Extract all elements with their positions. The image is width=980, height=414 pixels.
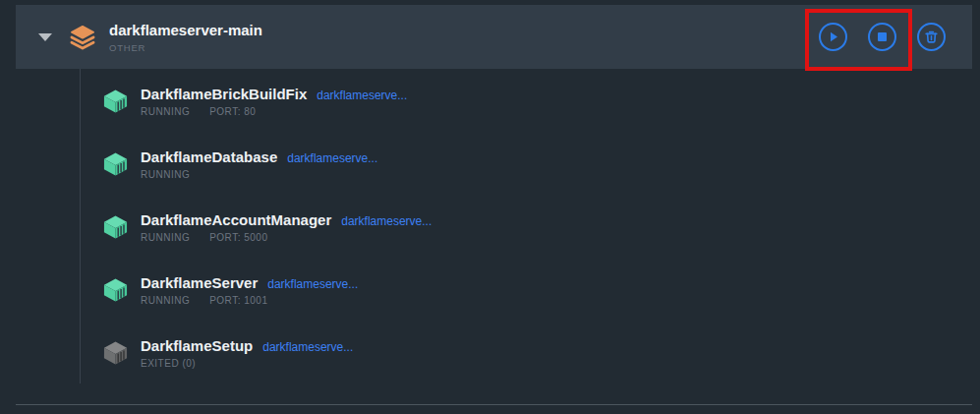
container-name: DarkflameAccountManager <box>141 211 331 228</box>
container-row[interactable]: DarkflameSetup darkflameserve... EXITED … <box>0 322 980 384</box>
stack-subtitle: OTHER <box>109 42 262 53</box>
container-row[interactable]: DarkflameDatabase darkflameserve... RUNN… <box>0 133 980 196</box>
container-cube-icon <box>102 214 129 240</box>
stack-header: darkflameserver-main OTHER <box>16 5 972 69</box>
delete-stack-button[interactable] <box>917 23 946 51</box>
container-cube-icon <box>102 277 129 303</box>
container-status: RUNNING <box>141 232 190 243</box>
container-name: DarkflameBrickBuildFix <box>141 86 307 102</box>
stop-stack-button[interactable] <box>868 23 896 51</box>
container-name: DarkflameDatabase <box>141 148 277 165</box>
stack-actions <box>819 5 946 69</box>
start-stack-button[interactable] <box>819 23 847 51</box>
container-status: RUNNING <box>141 106 190 117</box>
container-image-link[interactable]: darkflameserve... <box>287 151 377 165</box>
container-cube-icon <box>102 89 129 114</box>
container-port: PORT: 1001 <box>209 295 267 306</box>
container-row[interactable]: DarkflameAccountManager darkflameserve..… <box>0 196 980 259</box>
container-name: DarkflameServer <box>141 274 258 291</box>
container-cube-icon <box>102 340 129 366</box>
container-status: EXITED (0) <box>141 358 196 369</box>
stack-layers-icon <box>69 24 96 51</box>
container-image-link[interactable]: darkflameserve... <box>317 89 407 102</box>
collapse-caret-icon[interactable] <box>38 33 52 41</box>
container-image-link[interactable]: darkflameserve... <box>262 340 353 354</box>
play-icon <box>827 30 839 43</box>
stack-title-block: darkflameserver-main OTHER <box>109 22 262 53</box>
container-row[interactable]: DarkflameBrickBuildFix darkflameserve...… <box>0 70 980 133</box>
trash-icon <box>924 30 939 44</box>
container-image-link[interactable]: darkflameserve... <box>341 214 432 228</box>
container-status: RUNNING <box>141 295 190 306</box>
container-cube-icon <box>102 151 129 177</box>
container-port: PORT: 5000 <box>209 232 267 243</box>
container-list: DarkflameBrickBuildFix darkflameserve...… <box>0 70 980 384</box>
stack-title: darkflameserver-main <box>109 22 262 39</box>
bottom-divider <box>16 404 972 405</box>
stop-icon <box>877 31 888 42</box>
container-stack-panel: darkflameserver-main OTHER <box>0 0 980 414</box>
container-image-link[interactable]: darkflameserve... <box>267 277 358 291</box>
container-port: PORT: 80 <box>209 106 256 117</box>
container-status: RUNNING <box>141 169 190 180</box>
container-name: DarkflameSetup <box>141 337 253 354</box>
container-row[interactable]: DarkflameServer darkflameserve... RUNNIN… <box>0 259 980 322</box>
